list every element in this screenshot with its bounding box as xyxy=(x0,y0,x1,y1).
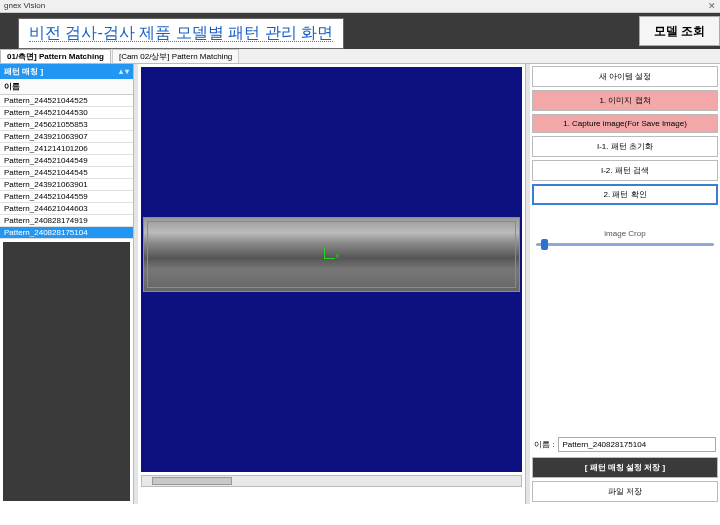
page-title-text: 비전 검사-검사 제품 모델별 패턴 관리 화면 xyxy=(29,24,333,42)
page-title-banner: 비전 검사-검사 제품 모델별 패턴 관리 화면 xyxy=(18,18,344,49)
center-panel: x xyxy=(138,64,526,504)
capture-save-button[interactable]: 1. Capture image(For Save Image) xyxy=(532,114,718,133)
left-panel-title: 패턴 매칭 ] xyxy=(4,66,43,77)
pattern-init-button[interactable]: I-1. 패턴 초기화 xyxy=(532,136,718,157)
model-query-button[interactable]: 모델 조회 xyxy=(639,16,720,46)
close-icon[interactable]: ✕ xyxy=(708,1,716,11)
main-content: 패턴 매칭 ] ▴ ▾ 이름 Pattern_244521044525Patte… xyxy=(0,64,720,504)
crop-slider-track xyxy=(536,243,714,246)
pattern-list-item[interactable]: Pattern_240828175104 xyxy=(0,227,133,239)
tab-cam02-top[interactable]: [Cam 02/상부] Pattern Matching xyxy=(112,49,239,63)
pattern-list-item[interactable]: Pattern_245621055853 xyxy=(0,119,133,131)
pattern-name-field[interactable]: Pattern_240828175104 xyxy=(558,437,716,452)
image-crop-label: image Crop xyxy=(532,229,718,238)
pattern-list-item[interactable]: Pattern_241214101206 xyxy=(0,143,133,155)
scrollbar-thumb[interactable] xyxy=(152,477,232,485)
window-title: gnex Vision xyxy=(4,1,45,10)
left-panel-sort: ▴ ▾ xyxy=(119,67,129,76)
crop-slider-thumb[interactable] xyxy=(541,239,548,250)
right-spacer xyxy=(532,251,718,432)
pattern-list-item[interactable]: Pattern_244521044549 xyxy=(0,155,133,167)
left-panel: 패턴 매칭 ] ▴ ▾ 이름 Pattern_244521044525Patte… xyxy=(0,64,134,504)
image-viewport[interactable]: x xyxy=(141,67,522,472)
pattern-list-item[interactable]: Pattern_244521044545 xyxy=(0,167,133,179)
tab-cam01-side[interactable]: 01/측면] Pattern Matching xyxy=(0,49,111,63)
pattern-list-item[interactable]: Pattern_243921063901 xyxy=(0,179,133,191)
pattern-list-item[interactable]: Pattern_244521044530 xyxy=(0,107,133,119)
pattern-image: x xyxy=(143,217,520,292)
name-label: 이름 : xyxy=(534,439,554,450)
pattern-confirm-button[interactable]: 2. 패턴 확인 xyxy=(532,184,718,205)
save-pattern-settings-button[interactable]: [ 패턴 매칭 설정 저장 ] xyxy=(532,457,718,478)
tabs-row: 01/측면] Pattern Matching [Cam 02/상부] Patt… xyxy=(0,49,720,64)
crop-slider[interactable] xyxy=(532,241,718,248)
horizontal-scrollbar[interactable] xyxy=(141,475,522,487)
left-panel-header: 패턴 매칭 ] ▴ ▾ xyxy=(0,64,133,79)
pattern-name-row: 이름 : Pattern_240828175104 xyxy=(532,435,718,454)
sort-up-icon[interactable]: ▴ xyxy=(119,67,123,76)
save-file-button[interactable]: 파일 저장 xyxy=(532,481,718,502)
pattern-list-item[interactable]: Pattern_243921063907 xyxy=(0,131,133,143)
column-header-name: 이름 xyxy=(0,79,133,95)
axis-marker: x xyxy=(324,248,340,259)
sort-down-icon[interactable]: ▾ xyxy=(125,67,129,76)
window-titlebar: gnex Vision ✕ xyxy=(0,0,720,13)
pattern-list-item[interactable]: Pattern_244521044559 xyxy=(0,191,133,203)
right-panel: 새 아이템 설정 1. 이미지 캡쳐 1. Capture image(For … xyxy=(530,64,720,504)
pattern-search-button[interactable]: I-2. 패턴 검색 xyxy=(532,160,718,181)
capture-image-button[interactable]: 1. 이미지 캡쳐 xyxy=(532,90,718,111)
pattern-list-item[interactable]: Pattern_240828174919 xyxy=(0,215,133,227)
pattern-list-item[interactable]: Pattern_244621044603 xyxy=(0,203,133,215)
pattern-list: Pattern_244521044525Pattern_244521044530… xyxy=(0,95,133,239)
new-item-button[interactable]: 새 아이템 설정 xyxy=(532,66,718,87)
axis-x-label: x xyxy=(336,252,340,259)
pattern-list-item[interactable]: Pattern_244521044525 xyxy=(0,95,133,107)
left-filler xyxy=(3,242,130,501)
